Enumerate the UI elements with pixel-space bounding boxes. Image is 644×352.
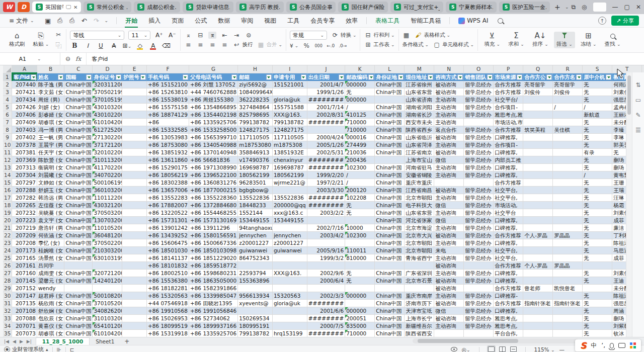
cell-E26[interactable] — [122, 262, 147, 270]
zoom-level[interactable]: 115% ⌄ — [534, 346, 555, 352]
table-style-button[interactable]: 🖌表格样式 ⌄ — [415, 32, 451, 39]
cell-M29[interactable] — [405, 285, 434, 292]
quickbar-chevron-icon[interactable]: ⌄ — [105, 18, 109, 23]
document-tab[interactable]: S可过_支付宝+_滴滴 — [390, 2, 444, 13]
cell-S26[interactable] — [583, 262, 612, 270]
cell-D21[interactable]: 110105200207165451 — [93, 224, 122, 232]
cell-O34[interactable]: 留学总经办 — [464, 322, 494, 330]
cell-M5[interactable]: 湖南省浏阳 — [405, 104, 434, 111]
cell-E34[interactable] — [122, 322, 147, 330]
cell-F12[interactable]: +86 13611860 — [146, 156, 189, 164]
cell-E22[interactable] — [122, 232, 147, 239]
cell-P8[interactable]: 合作方推荐 — [494, 126, 523, 134]
cell-C2[interactable]: China中国 — [64, 81, 93, 89]
cell-D12[interactable]: 310113200211152925 — [93, 156, 122, 164]
cell-E28[interactable] — [122, 277, 147, 285]
cell-L2[interactable]: China中国 — [375, 81, 405, 89]
increase-font-icon[interactable]: A⁺ — [154, 32, 164, 39]
select-all-corner[interactable] — [3, 65, 12, 73]
column-header-S[interactable]: S — [583, 65, 612, 73]
cell-N4[interactable]: 主动咨询 — [434, 96, 464, 104]
cell-K6[interactable]: 410125 — [345, 111, 375, 119]
cell-C24[interactable]: China中国 — [64, 247, 93, 254]
new-document-tab-button[interactable]: + — [552, 3, 562, 11]
upload-cloud-icon[interactable]: ↑ — [598, 17, 606, 25]
cell-Q13[interactable] — [523, 164, 553, 171]
cell-J5[interactable]: 2001/7/14 — [307, 104, 345, 111]
cell-B8[interactable]: 冯一博 (男 — [37, 126, 64, 134]
cell-I21[interactable] — [272, 224, 307, 232]
cell-K9[interactable]: 000016 — [345, 134, 375, 141]
cell-I28[interactable] — [272, 277, 307, 285]
cell-B15[interactable]: 文静如 (女 — [37, 179, 64, 187]
cell-N17[interactable]: 主动咨询 — [434, 194, 464, 202]
normal-view-icon[interactable] — [488, 346, 495, 352]
cell-Q15[interactable] — [523, 179, 553, 187]
cell-E31[interactable] — [122, 300, 147, 307]
cell-M10[interactable]: 山东省菏泽 — [405, 141, 434, 149]
cell-E7[interactable] — [122, 119, 147, 126]
cell-K18[interactable]: 无 — [345, 202, 375, 209]
row-header-6[interactable]: 6 — [3, 111, 12, 119]
cell-N19[interactable]: 主动咨询 — [434, 209, 464, 217]
row-header-16[interactable]: 16 — [3, 187, 12, 194]
cell-C7[interactable]: China中国 — [64, 119, 93, 126]
cell-C13[interactable]: China中国 — [64, 164, 93, 171]
header-cell-G1[interactable]: 父母电话号码 — [189, 73, 237, 81]
row-header-17[interactable]: 17 — [3, 194, 12, 202]
cell-S28[interactable]: 无 — [583, 277, 612, 285]
filter-dropdown-icon[interactable] — [183, 74, 188, 80]
cell-A19[interactable]: 207232 — [12, 209, 37, 217]
cell-L14[interactable]: China中国 — [375, 171, 405, 179]
cell-Q27[interactable] — [523, 270, 553, 277]
cell-D35[interactable]: 610104200212213421 — [93, 330, 122, 337]
cell-P13[interactable]: 口碑推荐, — [494, 164, 523, 171]
cell-L30[interactable]: China中国 — [375, 292, 405, 300]
row-header-4[interactable]: 4 — [3, 96, 12, 104]
cell-L25[interactable]: China中国 — [375, 254, 405, 262]
cell-F28[interactable]: +86 15536380 — [146, 277, 189, 285]
cell-Q21[interactable] — [523, 224, 553, 232]
mic-icon[interactable] — [610, 343, 614, 348]
chart-tool-icon[interactable]: ⊪ — [57, 346, 61, 352]
cell-K19[interactable]: 无 — [345, 209, 375, 217]
filter-dropdown-icon[interactable] — [86, 74, 92, 80]
cell-M22[interactable]: 北京市大兴 — [405, 232, 434, 239]
merge-cells-button[interactable]: ▦合并 ⌄ — [257, 41, 282, 48]
cell-C6[interactable]: China中国 — [64, 111, 93, 119]
cell-I34[interactable] — [272, 322, 307, 330]
decrease-decimal-icon[interactable]: .0→ — [339, 43, 347, 48]
cell-F22[interactable]: +86 13439252 — [146, 232, 189, 239]
cell-N11[interactable]: 被动咨询 — [434, 149, 464, 156]
cell-F35[interactable]: +86 15319918 — [146, 330, 189, 337]
cell-H31[interactable]: xyevents@ — [238, 300, 273, 307]
cell-C34[interactable]: China中国 — [64, 322, 93, 330]
cell-F33[interactable]: +86 15026953 — [146, 315, 189, 322]
cell-Q10[interactable] — [523, 141, 553, 149]
cell-C16[interactable]: China中国 — [64, 187, 93, 194]
cell-E30[interactable] — [122, 292, 147, 300]
menu-tab-页面[interactable]: 页面 — [166, 15, 189, 27]
name-box[interactable]: A1⌄ — [0, 53, 60, 65]
cell-Q35[interactable] — [523, 330, 553, 337]
cell-N29[interactable]: 被动咨询 — [434, 285, 464, 292]
sum-button[interactable]: Σ 求和 ⌄ — [506, 32, 527, 48]
header-cell-J1[interactable]: 出生日期 — [307, 73, 345, 81]
menu-tab-数据[interactable]: 数据 — [212, 15, 235, 27]
cell-K11[interactable]: 210036 — [345, 149, 375, 156]
cell-A10[interactable]: 207378 — [12, 141, 37, 149]
cell-G9[interactable]: +86 1565399710 — [189, 134, 237, 141]
filter-dropdown-icon[interactable] — [428, 74, 433, 80]
header-cell-S1[interactable]: 原中介机 — [583, 73, 612, 81]
cell-B4[interactable]: 周煜 (男) — [37, 96, 64, 104]
cell-M21[interactable]: 北京市海淀 — [405, 224, 434, 232]
filter-dropdown-icon[interactable] — [231, 74, 237, 80]
cell-G27[interactable]: +86 1598680231 — [189, 270, 237, 277]
cell-B27[interactable]: 成雨雯 (女 — [37, 270, 64, 277]
cell-R21[interactable] — [553, 224, 583, 232]
cell-G34[interactable]: +86 1899937166 — [189, 322, 237, 330]
cell-Q20[interactable] — [523, 217, 553, 224]
add-sheet-button[interactable]: + — [120, 338, 133, 345]
cell-F14[interactable]: +86 18056219 — [146, 171, 189, 179]
cell-D7[interactable]: 610104200212213421 — [93, 119, 122, 126]
